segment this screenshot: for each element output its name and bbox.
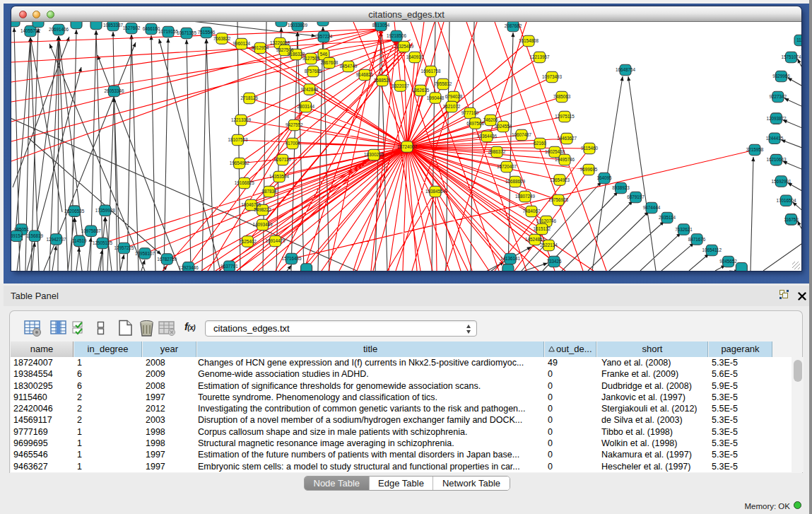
svg-text:20364436: 20364436 xyxy=(477,134,498,139)
svg-text:12093872: 12093872 xyxy=(766,116,787,121)
svg-text:9227342: 9227342 xyxy=(770,94,787,99)
svg-text:2803144: 2803144 xyxy=(297,104,314,109)
svg-text:9242848: 9242848 xyxy=(301,87,319,92)
svg-text:1244415: 1244415 xyxy=(766,136,784,141)
svg-text:15751074: 15751074 xyxy=(781,54,801,59)
svg-text:19218506: 19218506 xyxy=(387,33,407,38)
svg-text:14353594: 14353594 xyxy=(269,174,290,179)
svg-text:17359928: 17359928 xyxy=(95,208,116,213)
svg-text:2986372: 2986372 xyxy=(488,149,506,154)
svg-text:14136141: 14136141 xyxy=(500,256,521,261)
svg-text:6879197: 6879197 xyxy=(627,194,645,199)
svg-text:19495746: 19495746 xyxy=(555,157,575,162)
svg-text:13654923: 13654923 xyxy=(550,177,570,182)
svg-text:16154808: 16154808 xyxy=(519,38,539,43)
svg-text:6497568: 6497568 xyxy=(466,121,484,126)
svg-text:18107553: 18107553 xyxy=(228,137,248,142)
svg-text:9427552: 9427552 xyxy=(286,122,303,127)
svg-text:6794028: 6794028 xyxy=(445,94,463,99)
svg-text:10607487: 10607487 xyxy=(512,132,532,137)
svg-text:10688609: 10688609 xyxy=(505,179,526,184)
svg-text:16961758: 16961758 xyxy=(420,69,441,74)
svg-text:9115460: 9115460 xyxy=(581,146,599,151)
svg-text:746206: 746206 xyxy=(483,117,498,122)
svg-text:39154: 39154 xyxy=(11,233,23,238)
svg-text:7632621: 7632621 xyxy=(675,227,693,232)
svg-text:10975887: 10975887 xyxy=(81,228,102,233)
svg-text:8471676: 8471676 xyxy=(688,237,706,242)
svg-text:8757685: 8757685 xyxy=(305,69,322,74)
svg-text:14463627: 14463627 xyxy=(557,136,577,141)
svg-text:1588520: 1588520 xyxy=(374,78,392,83)
svg-text:2935114: 2935114 xyxy=(659,215,676,220)
svg-text:15720407: 15720407 xyxy=(497,164,517,169)
svg-text:3024554: 3024554 xyxy=(495,124,512,129)
svg-text:9245652: 9245652 xyxy=(719,259,737,264)
svg-text:19654982: 19654982 xyxy=(230,160,250,165)
svg-text:12923446: 12923446 xyxy=(179,265,199,270)
svg-text:3215958: 3215958 xyxy=(746,147,764,152)
svg-text:9329966: 9329966 xyxy=(772,74,790,78)
svg-text:10973493: 10973493 xyxy=(542,74,563,79)
svg-text:10853387: 10853387 xyxy=(103,23,124,28)
svg-text:18300295: 18300295 xyxy=(364,152,384,157)
svg-text:11325419: 11325419 xyxy=(394,44,414,49)
svg-text:15716485: 15716485 xyxy=(281,256,302,261)
svg-text:8813054: 8813054 xyxy=(372,23,390,28)
svg-text:7663822: 7663822 xyxy=(213,36,231,41)
svg-text:19756928: 19756928 xyxy=(548,197,569,202)
svg-text:7955812: 7955812 xyxy=(435,81,452,86)
svg-text:8322037: 8322037 xyxy=(392,83,409,88)
svg-text:9637791: 9637791 xyxy=(220,264,238,269)
svg-text:1156819: 1156819 xyxy=(26,233,44,238)
svg-text:12505135: 12505135 xyxy=(93,240,113,245)
svg-text:546: 546 xyxy=(320,52,328,57)
svg-text:417004: 417004 xyxy=(285,141,300,146)
svg-text:12213957: 12213957 xyxy=(529,54,550,59)
svg-text:2522134: 2522134 xyxy=(540,243,558,247)
svg-text:9146821: 9146821 xyxy=(356,72,374,77)
svg-text:7515546: 7515546 xyxy=(198,30,216,35)
svg-text:18724007: 18724007 xyxy=(397,144,418,149)
svg-text:9474444: 9474444 xyxy=(643,205,661,210)
svg-text:26053346: 26053346 xyxy=(104,88,124,93)
svg-text:985051: 985051 xyxy=(14,227,30,232)
svg-text:14524851: 14524851 xyxy=(525,237,546,242)
svg-text:9127508: 9127508 xyxy=(302,56,320,61)
svg-text:19166825: 19166825 xyxy=(235,180,255,185)
svg-text:20691406: 20691406 xyxy=(49,27,69,32)
svg-text:1527602: 1527602 xyxy=(123,25,141,30)
svg-text:17957225: 17957225 xyxy=(114,245,134,250)
svg-text:164095: 164095 xyxy=(597,175,613,180)
svg-text:9960124: 9960124 xyxy=(233,41,250,46)
svg-text:9777169: 9777169 xyxy=(461,110,479,115)
svg-text:8454749: 8454749 xyxy=(340,64,358,69)
svg-text:18807249: 18807249 xyxy=(515,194,536,199)
svg-text:14055712: 14055712 xyxy=(20,28,41,33)
svg-text:7485063: 7485063 xyxy=(553,94,571,99)
svg-text:8938923: 8938923 xyxy=(612,185,630,190)
svg-text:62160: 62160 xyxy=(534,141,546,146)
svg-text:7625402: 7625402 xyxy=(239,239,257,244)
svg-text:16782759: 16782759 xyxy=(157,257,177,262)
svg-text:2718126: 2718126 xyxy=(241,95,259,100)
svg-text:7484067: 7484067 xyxy=(523,209,541,214)
svg-text:2087682: 2087682 xyxy=(505,23,522,28)
svg-text:12942737: 12942737 xyxy=(46,237,66,242)
svg-text:17016504: 17016504 xyxy=(776,198,796,203)
svg-text:16033809: 16033809 xyxy=(288,23,308,28)
svg-text:733426: 733426 xyxy=(546,259,562,264)
svg-text:15692991: 15692991 xyxy=(771,179,792,184)
svg-text:16648754: 16648754 xyxy=(616,67,636,72)
svg-text:14093489: 14093489 xyxy=(253,222,273,227)
svg-text:5498222: 5498222 xyxy=(254,207,271,212)
svg-text:9699695: 9699695 xyxy=(580,167,598,172)
svg-text:1990448: 1990448 xyxy=(427,95,445,100)
svg-text:12213369: 12213369 xyxy=(231,117,252,122)
svg-text:1362635: 1362635 xyxy=(412,88,430,93)
svg-text:111: 111 xyxy=(796,37,801,42)
svg-text:3267110: 3267110 xyxy=(274,157,292,162)
svg-text:7357224: 7357224 xyxy=(315,34,333,39)
svg-text:2867608: 2867608 xyxy=(321,60,339,65)
svg-text:114519: 114519 xyxy=(72,238,87,243)
